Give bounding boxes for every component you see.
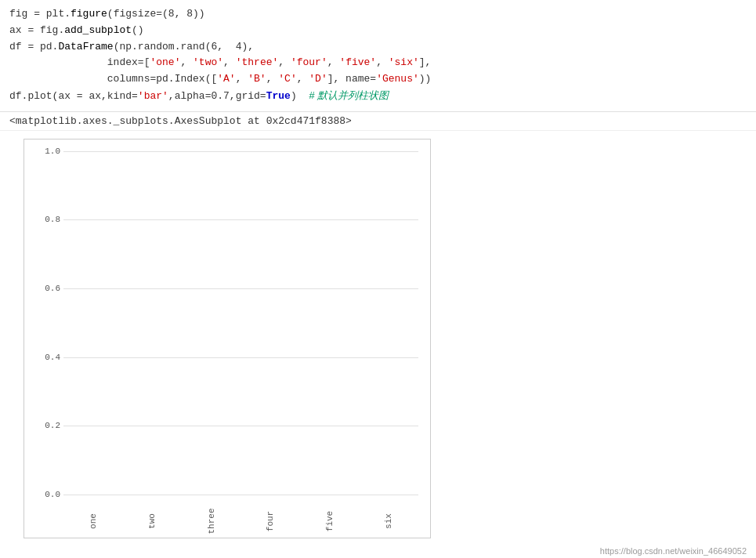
y-axis-label: 0.8 (45, 215, 60, 224)
output-text: <matplotlib.axes._subplots.AxesSubplot a… (9, 115, 352, 127)
y-axis-label: 1.0 (45, 147, 60, 156)
code-line: fig = plt.figure(figsize=(8, 8)) (9, 6, 747, 23)
y-axis-label: 0.6 (45, 284, 60, 293)
x-axis-label: two (147, 513, 157, 529)
chart-inner: 0.00.20.40.60.81.0onetwothreefourfivesix (63, 151, 418, 495)
code-line: index=['one', 'two', 'three', 'four', 'f… (9, 55, 747, 71)
grid-line (63, 219, 418, 220)
code-line: ax = fig.add_subplot() (9, 23, 747, 39)
chart-container: Genus ABCD 0.00.20.40.60.81.0onetwothree… (0, 131, 756, 558)
y-axis-label: 0.2 (45, 421, 60, 430)
x-axis-label: six (384, 513, 393, 529)
output-line: <matplotlib.axes._subplots.AxesSubplot a… (0, 112, 756, 131)
x-axis-label: three (207, 508, 216, 534)
grid-line (63, 495, 418, 495)
code-line: columns=pd.Index(['A', 'B', 'C', 'D'], n… (9, 71, 747, 88)
code-line: df.plot(ax = ax,kind='bar',alpha=0.7,gri… (9, 88, 747, 105)
grid-line (63, 426, 418, 426)
y-axis-label: 0.0 (45, 490, 60, 499)
code-block: fig = plt.figure(figsize=(8, 8))ax = fig… (0, 0, 756, 112)
x-axis-label: one (89, 513, 98, 529)
chart-area: Genus ABCD 0.00.20.40.60.81.0onetwothree… (24, 139, 431, 538)
grid-line (63, 288, 418, 289)
x-axis-label: five (325, 511, 335, 531)
grid-line (63, 151, 418, 152)
watermark: https://blog.csdn.net/weixin_46649052 (600, 546, 747, 556)
page: fig = plt.figure(figsize=(8, 8))ax = fig… (0, 0, 756, 558)
code-line: df = pd.DataFrame(np.random.rand(6, 4), (9, 39, 747, 56)
grid-line (63, 357, 418, 358)
y-axis-label: 0.4 (45, 353, 60, 362)
x-axis-label: four (266, 511, 275, 531)
